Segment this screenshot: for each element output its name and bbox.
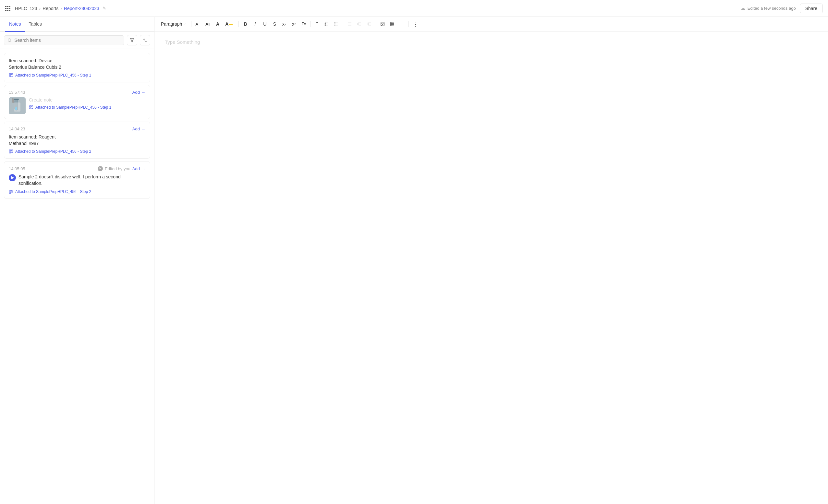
svg-text:3: 3 <box>325 25 325 26</box>
breadcrumb-report[interactable]: Report-28042023 <box>64 6 99 11</box>
play-icon[interactable] <box>9 174 16 181</box>
editor-area[interactable]: Type Something <box>155 32 828 504</box>
editor-toolbar: Paragraph A AI A A B I U <box>155 17 828 32</box>
paragraph-selector[interactable]: Paragraph <box>158 20 189 28</box>
svg-rect-12 <box>32 106 33 107</box>
insert-image-button[interactable] <box>378 19 387 29</box>
svg-rect-16 <box>9 150 11 151</box>
strikethrough-button[interactable]: S <box>270 19 279 29</box>
arrow-icon: → <box>141 126 146 131</box>
svg-point-48 <box>381 23 382 24</box>
list-item: Item scanned: DeviceSartorius Balance Cu… <box>4 53 150 82</box>
item-timestamp-row-3: 14:04:23 Add → <box>9 126 146 131</box>
right-panel: Paragraph A AI A A B I U <box>155 17 828 504</box>
arrow-icon: → <box>141 166 146 171</box>
indent-decrease-button[interactable] <box>355 19 364 29</box>
left-panel: Notes Tables <box>0 17 155 504</box>
svg-point-35 <box>335 23 335 23</box>
table-options-button[interactable] <box>398 19 407 29</box>
main-layout: Notes Tables <box>0 17 828 504</box>
svg-point-37 <box>335 25 335 26</box>
toolbar-divider-4 <box>343 21 343 27</box>
toolbar-divider-2 <box>239 21 239 27</box>
svg-point-36 <box>335 24 335 24</box>
svg-rect-49 <box>390 23 394 26</box>
search-bar <box>0 32 154 49</box>
item-attachment-1[interactable]: Attached to SamplePrepHPLC_456 - Step 1 <box>9 73 146 78</box>
search-input[interactable] <box>14 38 121 43</box>
attachment-icon <box>9 73 13 78</box>
svg-rect-7 <box>14 99 18 110</box>
item-add-button-4[interactable]: Add → <box>132 166 146 171</box>
items-list: Item scanned: DeviceSartorius Balance Cu… <box>0 49 154 504</box>
svg-rect-9 <box>14 98 19 100</box>
indent-increase-button[interactable] <box>365 19 374 29</box>
share-button[interactable]: Share <box>800 4 823 13</box>
editor-placeholder: Type Something <box>165 39 200 45</box>
underline-button[interactable]: U <box>260 19 269 29</box>
item-with-image-2: Create note Attached to SamplePrepHPLC_4… <box>9 97 146 114</box>
edit-status-label: Edited a few seconds ago <box>748 6 796 11</box>
more-options-button[interactable]: ⋮ <box>411 19 420 29</box>
item-edited-4: ✎ Edited by you Add → <box>98 166 146 171</box>
item-timestamp-row-2: 13:57:43 Add → <box>9 90 146 95</box>
list-item: 14:04:23 Add → Item scanned: ReagentMeth… <box>4 122 150 159</box>
toolbar-divider-6 <box>409 21 409 27</box>
clear-format-button[interactable]: Tx <box>299 19 308 29</box>
blockquote-button[interactable]: " <box>313 19 322 29</box>
svg-point-0 <box>8 39 11 42</box>
item-attachment-2[interactable]: Attached to SamplePrepHPLC_456 - Step 1 <box>29 105 146 110</box>
highlight-button[interactable]: A <box>224 19 237 29</box>
bold-button[interactable]: B <box>241 19 250 29</box>
item-title-1: Item scanned: DeviceSartorius Balance Cu… <box>9 58 146 70</box>
ordered-list-button[interactable]: 123 <box>322 19 331 29</box>
filter-button[interactable] <box>127 35 137 45</box>
app-grid-icon[interactable] <box>5 6 10 11</box>
italic-button[interactable]: I <box>250 19 259 29</box>
insert-table-button[interactable] <box>388 19 397 29</box>
svg-rect-23 <box>9 192 11 193</box>
breadcrumb-hplc[interactable]: HPLC_123 <box>15 6 37 11</box>
item-attachment-3[interactable]: Attached to SamplePrepHPLC_456 - Step 2 <box>9 149 146 154</box>
item-add-button-3[interactable]: Add → <box>132 126 146 131</box>
item-title-4: Sample 2 doesn't dissolve well. I perfor… <box>18 174 146 186</box>
tab-tables[interactable]: Tables <box>25 17 46 32</box>
note-with-play-4: Sample 2 doesn't dissolve well. I perfor… <box>9 174 146 189</box>
svg-rect-18 <box>9 152 11 154</box>
svg-rect-21 <box>9 190 11 191</box>
breadcrumb-sep-1: › <box>39 6 41 11</box>
edited-by-label: Edited by you <box>105 166 130 171</box>
list-item: 14:05:05 ✎ Edited by you Add → Sample 2 … <box>4 161 150 199</box>
superscript-button[interactable]: x2 <box>280 19 289 29</box>
item-timestamp-row-4: 14:05:05 ✎ Edited by you Add → <box>9 166 146 171</box>
align-button[interactable] <box>345 19 354 29</box>
item-add-button-2[interactable]: Add → <box>132 90 146 95</box>
svg-rect-11 <box>30 106 31 107</box>
breadcrumb-sep-2: › <box>60 6 62 11</box>
breadcrumb-reports[interactable]: Reports <box>42 6 58 11</box>
item-attachment-4[interactable]: Attached to SamplePrepHPLC_456 - Step 2 <box>9 190 146 194</box>
attachment-icon <box>9 190 13 194</box>
header: HPLC_123 › Reports › Report-28042023 ✎ ☁… <box>0 0 828 17</box>
sort-button[interactable] <box>140 35 150 45</box>
header-right: ☁ Edited a few seconds ago Share <box>740 4 823 13</box>
edit-pencil-icon[interactable]: ✎ <box>102 6 106 11</box>
ai-button[interactable]: AI <box>203 19 214 29</box>
toolbar-divider-5 <box>376 21 376 27</box>
unordered-list-button[interactable] <box>332 19 341 29</box>
item-create-note-2[interactable]: Create note <box>29 97 146 102</box>
item-timestamp-3: 14:04:23 <box>9 126 25 131</box>
font-size-button[interactable]: A <box>193 19 203 29</box>
svg-rect-2 <box>11 74 13 75</box>
svg-rect-1 <box>9 74 11 75</box>
item-timestamp-4: 14:05:05 <box>9 166 25 171</box>
search-input-wrapper <box>4 35 124 45</box>
list-item: 13:57:43 Add → <box>4 85 150 119</box>
subscript-button[interactable]: x2 <box>289 19 298 29</box>
tab-notes[interactable]: Notes <box>5 17 25 32</box>
font-color-button[interactable]: A <box>215 19 223 29</box>
svg-rect-8 <box>15 107 17 110</box>
svg-rect-17 <box>11 150 13 151</box>
item-content-col-2: Create note Attached to SamplePrepHPLC_4… <box>29 97 146 110</box>
attachment-icon <box>29 105 33 110</box>
